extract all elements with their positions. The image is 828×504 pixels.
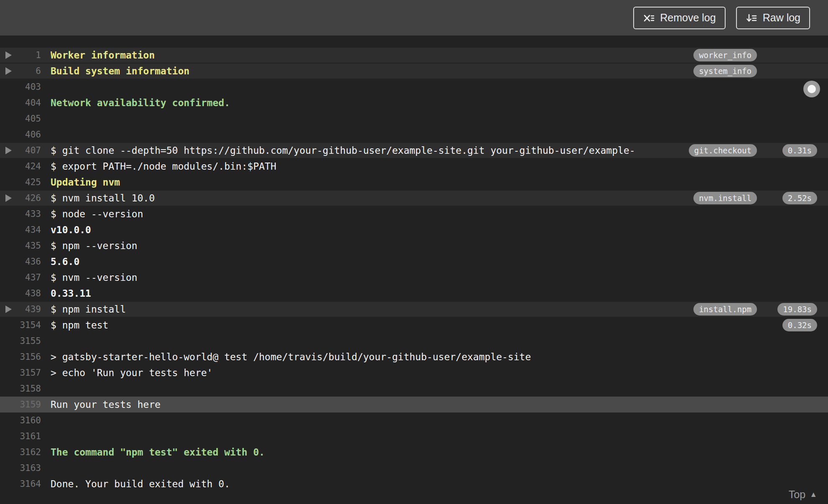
line-number[interactable]: 424 (17, 161, 41, 171)
fold-arrow-cell (0, 305, 17, 313)
build-log: 1Worker informationworker_info6Build sys… (0, 36, 828, 492)
log-text: Worker information (51, 50, 693, 61)
fold-toggle-icon[interactable] (5, 305, 12, 313)
fold-arrow-cell (0, 147, 17, 154)
log-line: 3160 (0, 412, 828, 428)
line-number[interactable]: 3160 (17, 415, 41, 425)
remove-log-button[interactable]: Remove log (633, 7, 725, 29)
log-line: 434v10.0.0 (0, 222, 828, 238)
line-number[interactable]: 404 (17, 98, 41, 108)
line-badges: nvm.install2.52s (693, 192, 817, 204)
log-line: 4365.6.0 (0, 254, 828, 270)
log-line: 3158 (0, 381, 828, 397)
log-line: 435$ npm --version (0, 238, 828, 254)
log-line: 3154$ npm test0.32s (0, 317, 828, 333)
log-text: 0.33.11 (51, 288, 828, 299)
duration-slot: 2.52s (774, 192, 817, 204)
line-number[interactable]: 6 (17, 66, 41, 76)
line-number[interactable]: 3154 (17, 320, 41, 330)
log-toolbar: Remove log Raw log (0, 0, 828, 36)
up-arrow-icon: ▲ (810, 490, 817, 499)
duration-slot: 0.31s (774, 144, 817, 157)
fold-toggle-icon[interactable] (5, 51, 12, 59)
log-line: 1Worker informationworker_info (0, 47, 828, 63)
line-badges: 0.32s (774, 319, 817, 331)
log-line: 3159Run your tests here (0, 397, 828, 412)
log-line: 3157> echo 'Run your tests here' (0, 365, 828, 381)
fold-name-badge: worker_info (693, 49, 757, 61)
duration-badge: 0.31s (782, 144, 817, 157)
log-line: 425Updating nvm (0, 174, 828, 190)
log-line: 406 (0, 127, 828, 143)
log-text: The command "npm test" exited with 0. (51, 447, 828, 458)
log-rows: 1Worker informationworker_info6Build sys… (0, 47, 828, 492)
line-number[interactable]: 406 (17, 130, 41, 140)
log-line: 4380.33.11 (0, 285, 828, 301)
log-line: 3164Done. Your build exited with 0. (0, 476, 828, 492)
log-line: 405 (0, 111, 828, 127)
line-number[interactable]: 438 (17, 288, 41, 298)
log-text: $ nvm install 10.0 (51, 193, 693, 204)
log-text: Updating nvm (51, 177, 828, 188)
log-line: 439$ npm installinstall.npm19.83s (0, 301, 828, 317)
log-text: > echo 'Run your tests here' (51, 367, 828, 378)
line-number[interactable]: 425 (17, 177, 41, 187)
log-text: Network availability confirmed. (51, 97, 828, 108)
line-badges: git.checkout0.31s (689, 144, 817, 157)
log-line: 3162The command "npm test" exited with 0… (0, 444, 828, 460)
top-label: Top (789, 489, 805, 501)
log-line: 6Build system informationsystem_info (0, 63, 828, 79)
line-number[interactable]: 3162 (17, 447, 41, 457)
line-number[interactable]: 3163 (17, 463, 41, 473)
fold-arrow-cell (0, 67, 17, 75)
line-number[interactable]: 437 (17, 272, 41, 283)
line-number[interactable]: 3155 (17, 336, 41, 346)
line-number[interactable]: 403 (17, 82, 41, 92)
remove-log-icon (643, 12, 655, 24)
log-text: Build system information (51, 66, 693, 76)
log-text: $ npm install (51, 304, 693, 315)
log-text: $ npm test (51, 320, 774, 331)
log-text: $ export PATH=./node_modules/.bin:$PATH (51, 161, 828, 172)
line-number[interactable]: 407 (17, 145, 41, 155)
log-text: 5.6.0 (51, 256, 828, 267)
line-number[interactable]: 405 (17, 114, 41, 124)
log-line: 433$ node --version (0, 206, 828, 222)
scroll-position-dot (808, 85, 816, 93)
scroll-to-top-button[interactable]: Top ▲ (789, 489, 817, 501)
fold-toggle-icon[interactable] (5, 147, 12, 154)
log-line: 3155 (0, 333, 828, 349)
duration-slot: 19.83s (774, 303, 817, 316)
line-number[interactable]: 3159 (17, 400, 41, 410)
scroll-position-indicator[interactable] (803, 81, 820, 97)
raw-log-button[interactable]: Raw log (736, 7, 810, 29)
line-number[interactable]: 436 (17, 257, 41, 267)
fold-toggle-icon[interactable] (5, 194, 12, 202)
log-line: 437$ nvm --version (0, 270, 828, 285)
log-text: $ node --version (51, 209, 828, 219)
fold-name-badge: install.npm (693, 303, 757, 316)
duration-badge: 0.32s (782, 319, 817, 331)
fold-arrow-cell (0, 194, 17, 202)
log-text: v10.0.0 (51, 224, 828, 235)
duration-badge: 19.83s (777, 303, 817, 316)
line-number[interactable]: 3158 (17, 384, 41, 394)
fold-name-badge: system_info (693, 65, 757, 77)
fold-toggle-icon[interactable] (5, 67, 12, 75)
line-number[interactable]: 3161 (17, 431, 41, 441)
remove-log-label: Remove log (660, 12, 716, 24)
log-text: $ npm --version (51, 240, 828, 251)
line-number[interactable]: 3156 (17, 352, 41, 362)
line-number[interactable]: 3164 (17, 479, 41, 489)
line-number[interactable]: 433 (17, 209, 41, 219)
line-number[interactable]: 434 (17, 225, 41, 235)
log-text: > gatsby-starter-hello-world@ test /home… (51, 351, 828, 362)
line-number[interactable]: 426 (17, 193, 41, 203)
line-number[interactable]: 1 (17, 50, 41, 60)
fold-arrow-cell (0, 51, 17, 59)
line-number[interactable]: 439 (17, 304, 41, 314)
line-number[interactable]: 435 (17, 241, 41, 251)
log-text: $ nvm --version (51, 272, 828, 283)
line-number[interactable]: 3157 (17, 368, 41, 378)
raw-log-icon (746, 12, 757, 24)
